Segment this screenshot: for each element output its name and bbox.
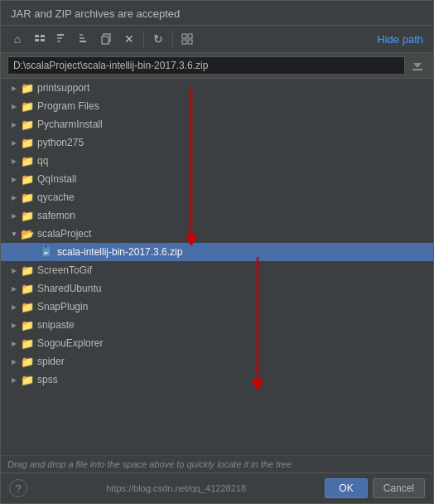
expand-btn[interactable] [75, 29, 94, 49]
path-input[interactable] [7, 56, 405, 75]
svg-rect-4 [57, 34, 64, 36]
folder-icon: 📁 [21, 355, 34, 368]
svg-rect-14 [182, 40, 186, 44]
tree-item-scalaproject[interactable]: ▼ 📂 scalaProject [1, 225, 433, 243]
tree-item[interactable]: ▶ 📁 SnapPlugin [1, 298, 433, 316]
tree-item[interactable]: ▶ 📁 safemon [1, 206, 433, 225]
tree-item[interactable]: ▶ 📁 qycache [1, 188, 433, 206]
home-btn[interactable]: ⌂ [7, 29, 27, 49]
folder-icon: 📁 [21, 81, 34, 94]
item-label: ScreenToGif [37, 264, 92, 276]
svg-text:ZIP: ZIP [44, 251, 50, 255]
hide-path-button[interactable]: Hide path [374, 32, 427, 47]
folder-icon: 📁 [21, 99, 34, 113]
arrow-icon: ▶ [7, 373, 21, 386]
svg-rect-15 [188, 40, 192, 44]
tree-item[interactable]: ▶ 📁 python275 [1, 133, 433, 152]
help-icon: ? [15, 482, 21, 495]
svg-rect-2 [35, 39, 39, 41]
svg-rect-3 [41, 39, 45, 41]
separator-2 [172, 31, 173, 47]
svg-rect-9 [80, 41, 86, 42]
title-text: JAR and ZIP archives are accepted [11, 7, 180, 20]
svg-rect-5 [57, 37, 62, 39]
folder-icon: 📁 [21, 154, 34, 167]
dialog: JAR and ZIP archives are accepted ⌂ ✕ ↻ … [0, 0, 434, 504]
help-button[interactable]: ? [9, 479, 27, 497]
arrow-icon: ▶ [7, 355, 21, 368]
svg-rect-6 [57, 41, 60, 42]
item-label: SogouExplorer [37, 337, 103, 349]
grid-view-btn[interactable] [177, 29, 197, 49]
item-label: Program Files [37, 100, 99, 112]
path-browse-btn[interactable] [408, 56, 427, 75]
cancel-button[interactable]: Cancel [373, 478, 425, 498]
svg-rect-13 [188, 34, 192, 38]
arrow-icon: ▶ [7, 300, 21, 313]
tree-item[interactable]: ▶ 📁 SogouExplorer [1, 334, 433, 352]
folder-icon: 📂 [21, 227, 34, 240]
arrow-icon: ▶ [7, 282, 21, 295]
svg-rect-8 [80, 37, 84, 39]
item-label: snipaste [37, 319, 75, 331]
arrow-icon: ▼ [7, 227, 21, 240]
hint-text: Drag and drop a file into the space abov… [7, 459, 292, 469]
item-label: SnapPlugin [37, 301, 88, 313]
tree-item[interactable]: ▶ 📁 qq [1, 152, 433, 170]
tree-item[interactable]: ▶ 📁 SharedUbuntu [1, 279, 433, 298]
tree-item[interactable]: ▶ 📁 QqInstall [1, 170, 433, 188]
tree-item[interactable]: ▶ 📁 snipaste [1, 316, 433, 334]
tree-item[interactable]: ▶ 📁 ScreenToGif [1, 261, 433, 279]
arrow-icon: ▶ [7, 81, 21, 94]
tree-item[interactable]: ▶ 📁 Program Files [1, 97, 433, 115]
folder-icon: 📁 [21, 373, 34, 386]
copy-btn[interactable] [97, 29, 117, 49]
item-label: spider [37, 356, 65, 367]
folder-icon: 📁 [21, 282, 34, 295]
svg-rect-12 [182, 34, 186, 38]
tree-item[interactable]: ▶ 📁 spider [1, 352, 433, 371]
svg-rect-0 [35, 35, 39, 37]
refresh-btn[interactable]: ↻ [148, 29, 168, 49]
list-view-btn[interactable] [30, 29, 50, 49]
arrow-icon: ▶ [7, 118, 21, 131]
folder-icon: 📁 [21, 172, 34, 186]
toolbar: ⌂ ✕ ↻ Hide path [1, 26, 433, 53]
item-label: safemon [37, 210, 75, 221]
tree-item-zip[interactable]: ▶ ZIP scala-intellij-bin-2017.3.6.zip [1, 243, 433, 261]
svg-rect-11 [102, 36, 108, 44]
arrow-icon: ▶ [7, 191, 21, 204]
tree-item[interactable]: ▶ 📁 PycharmInstall [1, 115, 433, 133]
item-label: PycharmInstall [37, 119, 103, 130]
arrow-icon: ▶ [7, 318, 21, 332]
arrow-icon: ▶ [7, 172, 21, 186]
item-label: SharedUbuntu [37, 283, 101, 294]
arrow-icon: ▶ [7, 264, 21, 277]
arrow-icon: ▶ [7, 136, 21, 149]
arrow-icon: ▶ [7, 154, 21, 167]
drag-drop-hint: Drag and drop a file into the space abov… [1, 455, 433, 472]
tree-item[interactable]: ▶ 📁 spss [1, 371, 433, 389]
folder-icon: 📁 [21, 264, 34, 277]
dialog-title: JAR and ZIP archives are accepted [1, 1, 433, 26]
action-buttons: OK Cancel [325, 478, 425, 498]
tree-item[interactable]: ▶ 📁 printsupport [1, 79, 433, 97]
collapse-btn[interactable] [52, 29, 72, 49]
item-label: scala-intellij-bin-2017.3.6.zip [57, 246, 182, 258]
item-label: python275 [37, 137, 84, 148]
close-icon-btn[interactable]: ✕ [119, 29, 139, 49]
svg-marker-16 [413, 63, 422, 68]
folder-icon: 📁 [21, 337, 34, 350]
item-label: scalaProject [37, 228, 91, 240]
item-label: qycache [37, 191, 75, 203]
svg-rect-17 [412, 69, 422, 70]
folder-icon: 📁 [21, 118, 34, 131]
arrow-icon: ▶ [7, 209, 21, 222]
ok-button[interactable]: OK [325, 478, 367, 498]
folder-icon: 📁 [21, 191, 34, 204]
item-label: spss [37, 374, 58, 385]
separator-1 [143, 31, 144, 47]
file-tree: ▶ 📁 printsupport ▶ 📁 Program Files ▶ 📁 P… [1, 79, 433, 455]
item-label: QqInstall [37, 173, 76, 185]
arrow-icon: ▶ [7, 99, 21, 113]
